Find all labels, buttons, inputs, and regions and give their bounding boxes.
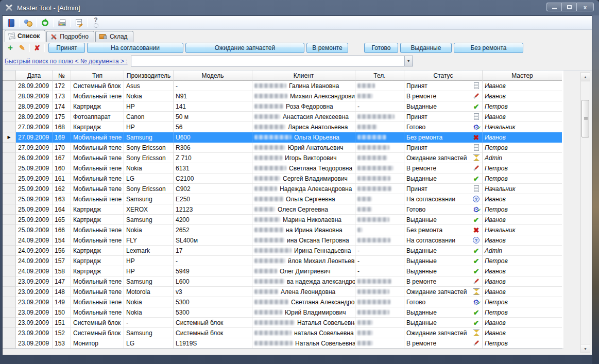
edit-record-button[interactable]: ✎ bbox=[18, 43, 27, 53]
table-row[interactable]: 25.09.2009165КартриджSamsung4200Марина Н… bbox=[3, 215, 563, 225]
filter-button-2[interactable]: На согласовании bbox=[87, 43, 183, 53]
window-title: Master Tool - [Admin] bbox=[17, 4, 80, 12]
redacted-phone bbox=[357, 83, 375, 88]
table-row[interactable]: 25.09.2009160Мобильный телеNokia6131Свет… bbox=[3, 163, 563, 174]
filter-button-5[interactable]: Готово bbox=[364, 43, 398, 53]
table-row[interactable]: 28.09.2009174КартриджHP141Роза Федоровна… bbox=[3, 101, 563, 112]
add-record-button[interactable]: + bbox=[6, 43, 15, 53]
cell-number: 151 bbox=[53, 318, 71, 328]
delete-record-button[interactable]: ✘ bbox=[32, 43, 42, 53]
table-row[interactable]: 24.09.2009158КартриджHP5949Олег Дмитриев… bbox=[3, 266, 563, 276]
redacted-client-surname bbox=[254, 310, 282, 315]
close-button[interactable]: x bbox=[576, 3, 594, 11]
cell-number: 168 bbox=[53, 122, 71, 132]
column-header-status[interactable]: Статус bbox=[404, 71, 483, 81]
scroll-down-button[interactable]: ▼ bbox=[581, 344, 590, 353]
table-row[interactable]: 25.09.2009162Мобильный телеSony Ericsson… bbox=[3, 184, 563, 194]
table-row[interactable]: 23.09.2009147Мобильный телеSamsungL600ва… bbox=[3, 276, 563, 287]
table-row[interactable]: 24.09.2009156КартриджLexmark17Ирина Генн… bbox=[3, 246, 563, 256]
scroll-up-button[interactable]: ▲ bbox=[581, 73, 590, 81]
table-row[interactable]: 24.09.2009157КартриджHP-йлов Михаил Леон… bbox=[3, 256, 563, 266]
filter-button-3[interactable]: Ожидание запчастей bbox=[185, 43, 304, 53]
cell-master: Петров bbox=[483, 256, 562, 266]
cell-model: - bbox=[174, 81, 252, 91]
cell-model: 6131 bbox=[174, 163, 252, 174]
cell-status: Без ремонта✖ bbox=[404, 132, 483, 143]
document-icon bbox=[474, 185, 479, 192]
column-header-type[interactable]: Тип bbox=[71, 71, 124, 81]
column-header-client[interactable]: Клиент bbox=[252, 71, 355, 81]
toolbar-print-button[interactable] bbox=[57, 18, 67, 28]
cell-master: Петров bbox=[483, 101, 562, 112]
vertical-scrollbar[interactable]: ▲ ▼ bbox=[580, 72, 590, 353]
report-edit-icon bbox=[76, 19, 82, 26]
cell-number: 174 bbox=[53, 101, 71, 112]
column-header-date[interactable]: Дата bbox=[16, 71, 53, 81]
table-row[interactable]: 26.09.2009167Мобильный телеSony Ericsson… bbox=[3, 153, 563, 163]
row-marker bbox=[3, 81, 16, 91]
title-bar[interactable]: Master Tool - [Admin] x bbox=[0, 0, 599, 15]
column-header-phone[interactable]: Тел. bbox=[355, 71, 404, 81]
grid-zone: Дата№ТипПроизводительМодельКлиентТел.Ста… bbox=[3, 71, 592, 355]
cell-number: 164 bbox=[53, 204, 71, 215]
table-row[interactable]: 28.09.2009173Мобильный телеNokiaN91Михаи… bbox=[3, 91, 563, 101]
cell-date: 25.09.2009 bbox=[16, 225, 53, 235]
search-dropdown-button[interactable]: ▼ bbox=[404, 56, 413, 66]
status-icon-wrap: ✖ bbox=[472, 226, 480, 234]
tab-details[interactable]: Подробно bbox=[46, 31, 94, 42]
table-row[interactable]: ▶27.09.2009169Мобильный телеSamsungU600О… bbox=[3, 132, 563, 143]
table-row[interactable]: 25.09.2009161Мобильный телеLGC2100Сергей… bbox=[3, 174, 563, 184]
client-visible-text: Анастасия Алексеевна bbox=[283, 113, 349, 120]
cell-number: 156 bbox=[53, 246, 71, 256]
cell-master: Петров bbox=[483, 297, 562, 307]
cell-master: Петров bbox=[483, 307, 562, 318]
toolbar-help-button[interactable]: ? bbox=[91, 18, 101, 28]
column-header-model[interactable]: Модель bbox=[174, 71, 252, 81]
redacted-phone bbox=[357, 238, 390, 242]
toolbar-journal-button[interactable] bbox=[6, 18, 16, 28]
column-header-master[interactable]: Мастер bbox=[483, 71, 562, 81]
filter-button-1[interactable]: Принят bbox=[48, 43, 85, 53]
column-header-maker[interactable]: Производитель bbox=[124, 71, 174, 81]
plus-icon: + bbox=[8, 43, 13, 53]
table-row[interactable]: 23.09.2009150Мобильный телеNokia5300Юрий… bbox=[3, 307, 563, 318]
table-row[interactable]: 23.09.2009149Мобильный телеNokia5300Свет… bbox=[3, 297, 563, 307]
table-row[interactable]: 25.09.2009163Мобильный телеSamsungE250Ол… bbox=[3, 194, 563, 204]
row-marker bbox=[3, 266, 16, 276]
redacted-phone bbox=[357, 207, 372, 212]
table-row[interactable]: 25.09.2009164КартриджXEROX12123Олеся Сер… bbox=[3, 204, 563, 215]
table-row[interactable]: 23.09.2009151Системный блок-Системный бл… bbox=[3, 318, 563, 328]
table-row[interactable]: 28.09.2009172Системный блокAsus-Галина И… bbox=[3, 81, 563, 91]
toolbar-refresh-button[interactable] bbox=[40, 18, 50, 28]
toolbar-report-edit-button[interactable] bbox=[74, 18, 84, 28]
table-row[interactable]: 28.09.2009175ФотоаппаратCanon50 мАнастас… bbox=[3, 112, 563, 122]
table-row[interactable]: 23.09.2009152Системный блокSamsungСистем… bbox=[3, 328, 563, 338]
column-header-marker[interactable] bbox=[3, 71, 16, 81]
cell-type: Мобильный теле bbox=[71, 174, 124, 184]
minimize-button[interactable] bbox=[546, 3, 561, 11]
filter-button-6[interactable]: Выданные bbox=[400, 43, 452, 53]
redacted-client-surname bbox=[254, 341, 293, 345]
status-icon-wrap bbox=[472, 329, 480, 337]
cell-client: на Ирина Ивановна bbox=[252, 225, 355, 235]
search-input[interactable] bbox=[131, 56, 404, 66]
client-visible-text: Надежда Александровна bbox=[280, 185, 352, 193]
cell-maker: LG bbox=[124, 174, 174, 184]
table-row[interactable]: 24.09.2009154Мобильный телеFLYSL400мина … bbox=[3, 235, 563, 246]
filter-button-7[interactable]: Без ремонта bbox=[454, 43, 523, 53]
table-row[interactable]: 23.09.2009153МониторLGL1919SНаталья Сове… bbox=[3, 338, 563, 349]
table-row[interactable]: 27.09.2009170Мобильный телеSony Ericsson… bbox=[3, 143, 563, 153]
scroll-thumb[interactable] bbox=[581, 100, 589, 137]
table-row[interactable]: 25.09.2009166Мобильный телеNokia2652на И… bbox=[3, 225, 563, 235]
quick-search-link[interactable]: Быстрый поиск по полю < № документа > : bbox=[5, 58, 128, 65]
table-row[interactable]: 27.09.2009168КартриджHP56Лариса Анатолье… bbox=[3, 122, 563, 132]
column-header-num[interactable]: № bbox=[53, 71, 71, 81]
table-row[interactable]: 23.09.2009148Мобильный телеMotorolav3Але… bbox=[3, 287, 563, 297]
redacted-phone bbox=[357, 228, 363, 232]
toolbar-users-permissions-button[interactable] bbox=[23, 18, 33, 28]
tab-warehouse[interactable]: Склад bbox=[95, 31, 133, 42]
filter-button-4[interactable]: В ремонте bbox=[306, 43, 348, 53]
phone-text: - bbox=[357, 247, 360, 254]
restore-button[interactable] bbox=[561, 3, 576, 11]
tab-list[interactable]: Список bbox=[5, 30, 45, 42]
